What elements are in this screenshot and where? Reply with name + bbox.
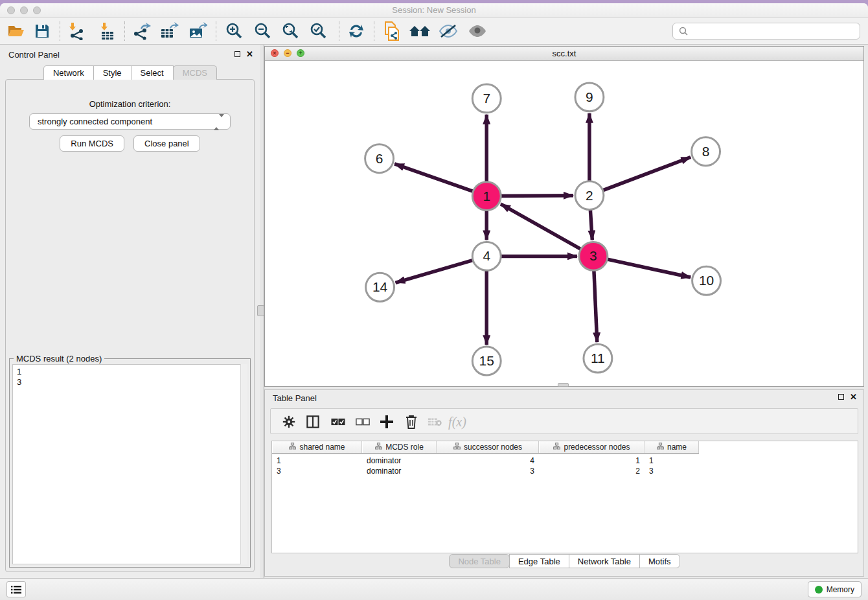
cell-shared-name[interactable]: 1 bbox=[272, 456, 362, 466]
home-icon[interactable] bbox=[409, 21, 431, 41]
import-table-icon[interactable] bbox=[96, 21, 118, 41]
save-session-icon[interactable] bbox=[31, 21, 53, 41]
column-header-MCDS-role[interactable]: MCDS role bbox=[362, 441, 437, 453]
column-header-successor-nodes[interactable]: successor nodes bbox=[437, 441, 539, 453]
memory-label: Memory bbox=[827, 585, 854, 594]
tab-style[interactable]: Style bbox=[93, 65, 131, 80]
main-window: Session: New Session bbox=[0, 3, 868, 600]
clone-network-icon[interactable] bbox=[381, 21, 403, 41]
cell-shared-name[interactable]: 3 bbox=[272, 466, 362, 476]
search-input[interactable] bbox=[672, 23, 860, 40]
network-file-title: scc.txt bbox=[265, 49, 863, 58]
tab-select[interactable]: Select bbox=[131, 65, 174, 80]
show-details-icon[interactable] bbox=[466, 21, 488, 41]
tab-network-table[interactable]: Network Table bbox=[569, 554, 640, 568]
hierarchy-icon bbox=[375, 443, 382, 452]
column-label: successor nodes bbox=[464, 443, 522, 452]
node-table[interactable]: shared nameMCDS rolesuccessor nodesprede… bbox=[271, 441, 858, 553]
import-network-icon[interactable] bbox=[65, 21, 87, 41]
column-header-predecessor-nodes[interactable]: predecessor nodes bbox=[539, 441, 645, 453]
mcds-result-box: MCDS result (2 nodes) 13 bbox=[9, 358, 251, 568]
optimization-criterion-dropdown[interactable]: strongly connected component bbox=[29, 113, 231, 130]
session-title: Session: New Session bbox=[0, 5, 868, 15]
float-panel-icon[interactable] bbox=[234, 51, 240, 57]
zoom-out-icon[interactable] bbox=[252, 21, 274, 41]
cell-successor-nodes[interactable]: 3 bbox=[437, 466, 539, 476]
table-toolbar: f(x) bbox=[270, 408, 858, 434]
table-header-row: shared nameMCDS rolesuccessor nodesprede… bbox=[272, 441, 699, 454]
task-history-button[interactable] bbox=[6, 581, 26, 597]
table-panel-title: Table Panel bbox=[273, 393, 317, 403]
result-line: 1 bbox=[17, 367, 243, 377]
cell-MCDS-role[interactable]: dominator bbox=[362, 466, 437, 476]
select-all-rows-icon[interactable] bbox=[328, 411, 348, 432]
hierarchy-icon bbox=[553, 443, 560, 452]
network-window-titlebar: × − + scc.txt bbox=[265, 47, 863, 61]
export-network-icon[interactable] bbox=[130, 21, 152, 41]
network-canvas[interactable]: 7968124314101511 bbox=[265, 61, 863, 386]
tab-network[interactable]: Network bbox=[43, 65, 94, 80]
create-column-icon[interactable] bbox=[376, 411, 397, 432]
toolbar-separator bbox=[339, 21, 339, 41]
window-resize-handle[interactable] bbox=[558, 383, 569, 387]
result-scrollbar[interactable] bbox=[240, 364, 247, 564]
memory-button[interactable]: Memory bbox=[808, 581, 862, 597]
hierarchy-icon bbox=[289, 443, 296, 452]
cell-predecessor-nodes[interactable]: 2 bbox=[539, 466, 645, 476]
delete-table-icon bbox=[424, 411, 445, 432]
close-panel-icon[interactable]: ✕ bbox=[246, 51, 253, 58]
column-label: shared name bbox=[299, 443, 345, 452]
status-bar: Memory bbox=[0, 578, 868, 600]
list-icon bbox=[11, 585, 21, 594]
node-label-8: 8 bbox=[702, 144, 710, 159]
cell-predecessor-nodes[interactable]: 1 bbox=[539, 456, 645, 466]
open-session-icon[interactable] bbox=[5, 21, 27, 41]
tab-mcds[interactable]: MCDS bbox=[173, 65, 217, 80]
deselect-all-rows-icon[interactable] bbox=[352, 411, 373, 432]
apply-layout-icon[interactable] bbox=[345, 21, 367, 41]
close-panel-button[interactable]: Close panel bbox=[133, 135, 200, 152]
network-view-window: × − + scc.txt 7968124314101511 bbox=[264, 46, 864, 387]
edge-layer bbox=[394, 113, 691, 345]
delete-column-icon[interactable] bbox=[401, 411, 422, 432]
main-toolbar bbox=[0, 18, 868, 45]
run-mcds-button[interactable]: Run MCDS bbox=[60, 135, 124, 152]
cell-successor-nodes[interactable]: 4 bbox=[437, 456, 539, 466]
cell-name[interactable]: 1 bbox=[645, 456, 699, 466]
memory-status-dot bbox=[815, 586, 823, 594]
cell-MCDS-role[interactable]: dominator bbox=[362, 456, 437, 466]
workspace-region: × − + scc.txt 7968124314101511 bbox=[264, 45, 868, 578]
optimization-criterion-label: Optimization criterion: bbox=[6, 99, 254, 109]
node-label-14: 14 bbox=[372, 279, 388, 294]
zoom-selected-icon[interactable] bbox=[308, 21, 330, 41]
node-label-11: 11 bbox=[591, 351, 605, 365]
tab-edge-table[interactable]: Edge Table bbox=[509, 554, 569, 568]
mcds-result-list: 13 bbox=[12, 364, 247, 564]
node-label-6: 6 bbox=[376, 151, 383, 166]
edge-3-1[interactable] bbox=[501, 204, 593, 257]
tab-node-table[interactable]: Node Table bbox=[449, 554, 510, 568]
panel-divider-handle[interactable] bbox=[257, 305, 264, 316]
table-row[interactable]: 1dominator411 bbox=[272, 456, 699, 466]
show-columns-icon[interactable] bbox=[303, 411, 323, 432]
export-table-icon[interactable] bbox=[158, 21, 180, 41]
table-settings-gear-icon[interactable] bbox=[279, 411, 299, 432]
mcds-tab-content: Optimization criterion: strongly connect… bbox=[5, 79, 255, 572]
edge-2-8[interactable] bbox=[589, 157, 691, 196]
node-label-1: 1 bbox=[483, 189, 490, 203]
node-label-4: 4 bbox=[483, 248, 490, 263]
float-table-panel-icon[interactable] bbox=[838, 394, 844, 400]
hide-details-icon[interactable] bbox=[437, 21, 459, 41]
result-line: 3 bbox=[17, 377, 243, 387]
control-panel: Control Panel ✕ NetworkStyleSelectMCDS O… bbox=[0, 45, 260, 578]
table-row[interactable]: 3dominator323 bbox=[272, 466, 699, 476]
tab-motifs[interactable]: Motifs bbox=[639, 554, 680, 568]
column-header-name[interactable]: name bbox=[645, 441, 699, 453]
zoom-fit-icon[interactable] bbox=[280, 21, 302, 41]
export-image-icon[interactable] bbox=[187, 21, 209, 41]
hierarchy-icon bbox=[453, 443, 461, 452]
zoom-in-icon[interactable] bbox=[223, 21, 246, 41]
close-table-panel-icon[interactable]: ✕ bbox=[850, 393, 857, 400]
column-header-shared-name[interactable]: shared name bbox=[272, 441, 362, 453]
cell-name[interactable]: 3 bbox=[645, 466, 699, 476]
